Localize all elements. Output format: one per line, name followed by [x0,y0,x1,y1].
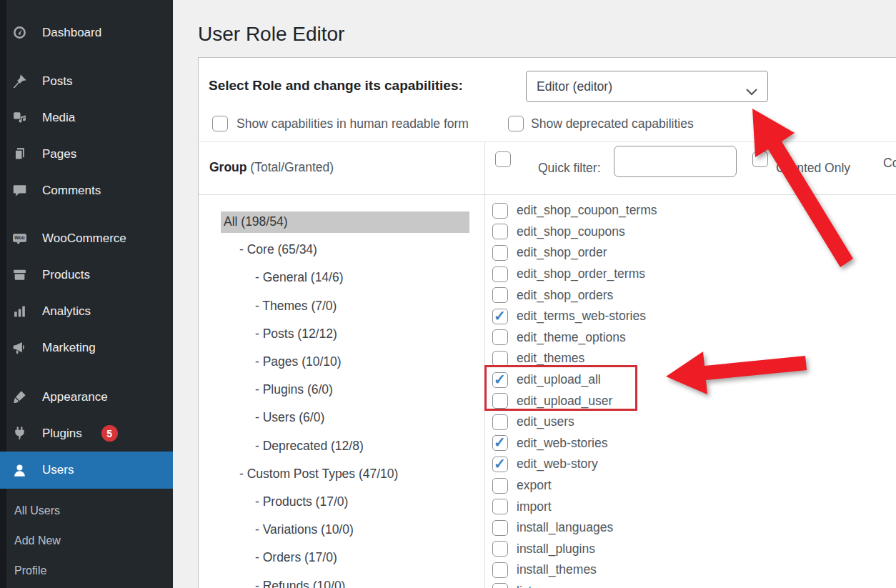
capability-row-edit_upload_user: edit_upload_user [492,390,892,412]
capability-checkbox[interactable] [492,245,508,261]
group-tree-item-posts-12-12[interactable]: - Posts (12/12) [221,320,469,348]
role-select-row: Select Role and change its capabilities:… [199,58,896,115]
group-tree-item-variations-10-0[interactable]: - Variations (10/0) [221,516,469,544]
sidebar-item-plugins[interactable]: Plugins 5 [0,415,173,452]
capability-row-import: import [492,496,892,517]
group-tree-item-orders-17-0[interactable]: - Orders (17/0) [221,544,469,572]
sidebar-subitem-add-new[interactable]: Add New [0,526,173,556]
capability-row-edit_shop_orders: edit_shop_orders [492,284,892,306]
sidebar-subitem-profile[interactable]: Profile [0,556,173,586]
capability-checkbox[interactable] [492,541,508,557]
capability-row-edit_themes: edit_themes [492,348,892,369]
column-divider [484,141,485,588]
columns-label: Co [883,156,896,171]
group-tree: All (198/54) - Core (65/34) - General (1… [221,208,469,588]
sidebar-item-products[interactable]: Products [0,256,173,293]
capability-checkbox[interactable] [492,583,508,588]
capability-checkbox[interactable] [492,435,508,451]
user-role-editor-panel: Select Role and change its capabilities:… [198,57,896,588]
capability-checkbox[interactable] [492,224,508,239]
capability-row-edit_shop_order_terms: edit_shop_order_terms [492,264,892,285]
group-tree-item-custom-post-types-47-10[interactable]: - Custom Post Types (47/10) [221,460,469,488]
sidebar-item-appearance[interactable]: Appearance [0,379,173,415]
group-tree-item-all-198-54[interactable]: All (198/54) [221,211,469,233]
media-icon [12,110,27,125]
quick-filter-input[interactable] [614,146,737,177]
capability-row-edit_upload_all: edit_upload_all [492,369,892,391]
human-readable-label: Show capabilities in human readable form [237,116,469,131]
sidebar-item-pages[interactable]: Pages [0,136,173,172]
capability-row-edit_shop_coupons: edit_shop_coupons [492,221,892,243]
svg-text:Woo: Woo [14,235,24,240]
sidebar-item-analytics[interactable]: Analytics [0,293,173,329]
page-title: User Role Editor [198,23,344,46]
group-column-header: Group (Total/Granted) [209,160,334,175]
show-deprecated-label: Show deprecated capabilities [531,116,694,131]
group-tree-item-plugins-6-0[interactable]: - Plugins (6/0) [221,376,469,404]
user-icon [12,463,27,478]
capability-row-edit_web-story: edit_web-story [492,454,892,475]
capability-row-edit_terms_web-stories: edit_terms_web-stories [492,306,892,327]
options-row: Show capabilities in human readable form… [199,116,896,141]
admin-sidebar: Dashboard Posts Media Pages [0,0,173,588]
sidebar-item-users[interactable]: Users [0,452,173,489]
capability-row-install_languages: install_languages [492,517,892,539]
group-tree-item-themes-7-0[interactable]: - Themes (7/0) [221,292,469,320]
group-tree-item-users-6-0[interactable]: - Users (6/0) [221,404,469,432]
box-icon [12,267,27,282]
group-tree-item-products-17-0[interactable]: - Products (17/0) [221,488,469,516]
sidebar-item-comments[interactable]: Comments [0,172,173,209]
brush-icon [12,389,27,404]
capability-checkbox[interactable] [492,329,508,345]
capability-row-edit_theme_options: edit_theme_options [492,327,892,349]
sidebar-item-marketing[interactable]: Marketing [0,329,173,366]
sidebar-item-media[interactable]: Media [0,99,173,136]
capability-checkbox[interactable] [492,457,508,472]
capabilities-list: edit_shop_coupon_terms edit_shop_coupons… [492,200,892,588]
woocommerce-icon: Woo [12,231,27,246]
capability-checkbox[interactable] [492,309,508,324]
capability-row-edit_users: edit_users [492,412,892,433]
role-select-value: Editor (editor) [537,79,612,94]
capability-checkbox[interactable] [492,372,508,388]
capability-row-install_plugins: install_plugins [492,539,892,560]
capability-checkbox[interactable] [492,520,508,536]
sidebar-item-dashboard[interactable]: Dashboard [0,14,173,51]
quick-filter-label: Quick filter: [538,161,601,176]
comment-icon [12,183,27,198]
capability-checkbox[interactable] [492,414,508,430]
capability-row-edit_web-stories: edit_web-stories [492,433,892,454]
capability-checkbox[interactable] [492,287,508,303]
capability-checkbox[interactable] [492,266,508,282]
capability-checkbox[interactable] [492,478,508,494]
sidebar-item-woocommerce[interactable]: Woo WooCommerce [0,220,173,256]
update-count-badge: 5 [101,425,118,442]
capability-checkbox[interactable] [492,393,508,409]
capability-row-edit_shop_order: edit_shop_order [492,242,892,264]
group-tree-item-core-65-34[interactable]: - Core (65/34) [221,236,469,264]
users-submenu: All Users Add New Profile [0,489,173,586]
capability-row-list_users: list_users [492,581,892,588]
capability-checkbox[interactable] [492,562,508,578]
human-readable-checkbox[interactable] [212,116,228,131]
plugin-icon [12,426,27,441]
group-tree-item-refunds-10-0[interactable]: - Refunds (10/0) [221,572,469,588]
select-all-checkbox[interactable] [495,151,511,167]
sidebar-subitem-all-users[interactable]: All Users [0,496,173,526]
capability-checkbox[interactable] [492,203,508,219]
capability-row-install_themes: install_themes [492,559,892,581]
granted-only-checkbox[interactable] [752,151,768,167]
role-select[interactable]: Editor (editor) [526,71,768,102]
group-tree-item-general-14-6[interactable]: - General (14/6) [221,264,469,291]
filter-header-row: Group (Total/Granted) Quick filter: Gran… [199,141,896,195]
sidebar-item-posts[interactable]: Posts [0,63,173,99]
megaphone-icon [12,340,27,355]
capability-checkbox[interactable] [492,499,508,514]
capability-row-export: export [492,475,892,497]
admin-menu: Dashboard Posts Media Pages [0,0,173,489]
group-tree-item-pages-10-10[interactable]: - Pages (10/10) [221,348,469,376]
capability-checkbox[interactable] [492,351,508,367]
group-tree-item-deprecated-12-8[interactable]: - Deprecated (12/8) [221,432,469,460]
content-area: User Role Editor Select Role and change … [173,0,896,588]
show-deprecated-checkbox[interactable] [508,116,524,131]
